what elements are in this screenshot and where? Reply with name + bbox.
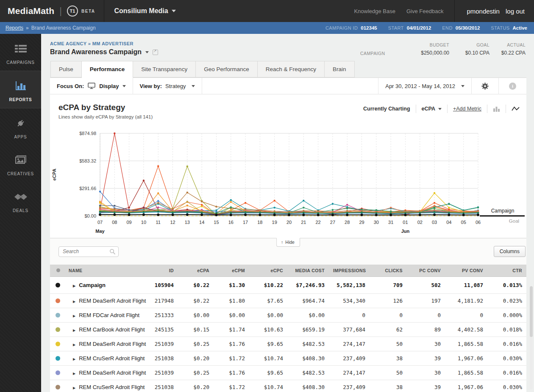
expand-row-icon[interactable]: ▶ — [73, 314, 75, 318]
svg-text:22: 22 — [315, 220, 320, 225]
date-range-picker[interactable]: Apr 30, 2012 - May 14, 2012 — [378, 78, 471, 94]
cell-value: 0.016% — [487, 337, 526, 351]
column-header-ecpa[interactable]: eCPA — [178, 265, 214, 277]
line-chart-toggle[interactable] — [506, 106, 526, 112]
tabs: PulsePerformanceSite TransparencyGeo Per… — [50, 61, 526, 77]
column-header-id[interactable]: ID — [142, 265, 178, 277]
table-scrollbar[interactable] — [530, 286, 533, 389]
metric-dropdown[interactable]: eCPA — [416, 106, 447, 112]
bar-chart-toggle[interactable] — [487, 106, 506, 112]
sidebar-item-reports[interactable]: REPORTS — [0, 71, 41, 108]
table-row[interactable]: ▶REM FDCar Adroit Flight251333$0.00$0.00… — [50, 308, 526, 323]
meta-status: STATUSActive — [491, 25, 527, 30]
column-header-ecpc[interactable]: eCPC — [249, 265, 287, 277]
tab-geo-performance[interactable]: Geo Performance — [196, 61, 258, 77]
column-header-impressions[interactable]: IMPRESSIONS — [329, 265, 370, 277]
expand-row-icon[interactable]: ▶ — [73, 372, 75, 375]
expand-row-icon[interactable]: ▶ — [73, 386, 75, 390]
cell-value: $7.65 — [249, 294, 287, 308]
cell-value: $1.72 — [214, 380, 249, 392]
table-body: ▶Campaign105904$0.22$1.30$10.22$7,246.93… — [50, 277, 526, 392]
tab-pulse[interactable]: Pulse — [50, 61, 82, 77]
account-name: Consilium Media — [114, 7, 168, 15]
list-icon — [0, 41, 41, 56]
table-row[interactable]: ▶REM CruSerR Adroit Flight251038$0.20$1.… — [50, 351, 526, 366]
knowledge-base-link[interactable]: Knowledge Base — [354, 8, 395, 14]
info-button[interactable]: i — [498, 78, 526, 94]
expand-row-icon[interactable]: ▶ — [73, 357, 75, 361]
meta-start: START04/01/2012 — [388, 25, 431, 30]
line-chart[interactable]: $0.00$291.66$583.32$874.9807080910111213… — [50, 123, 526, 238]
date-range-value: Apr 30, 2012 - May 14, 2012 — [385, 83, 455, 89]
svg-text:May: May — [95, 229, 105, 234]
svg-text:$583.32: $583.32 — [79, 158, 96, 163]
actual-label: ACTUAL — [490, 42, 526, 50]
give-feedback-link[interactable]: Give Feedback — [406, 8, 443, 14]
tab-reach-frequency[interactable]: Reach & Frequency — [258, 61, 325, 77]
svg-text:$0.00: $0.00 — [84, 213, 96, 218]
chevron-down-icon — [461, 85, 464, 87]
table-row[interactable]: ▶Campaign105904$0.22$1.30$10.22$7,246.93… — [50, 277, 526, 294]
column-header-clicks[interactable]: CLICKS — [370, 265, 407, 277]
cell-value: 251038 — [142, 380, 178, 392]
table-row[interactable]: ▶REM DeaSerR Adroit Flight251039$0.25$1.… — [50, 366, 526, 380]
add-metric-link[interactable]: +Add Metric — [448, 106, 487, 112]
info-icon: i — [509, 83, 516, 90]
breadcrumb-current: Brand Awareness Campaign — [31, 25, 96, 31]
expand-row-icon[interactable]: ▶ — [73, 300, 75, 304]
cell-value: 251039 — [142, 366, 178, 380]
popout-icon[interactable] — [153, 50, 158, 55]
breadcrumb: Reports » Brand Awareness Campaign — [0, 25, 96, 31]
svg-text:10: 10 — [141, 220, 146, 225]
svg-text:09: 09 — [126, 220, 131, 225]
svg-text:17: 17 — [243, 220, 248, 225]
column-header-media-cost[interactable]: MEDIA COST — [287, 265, 329, 277]
budget-label: BUDGET — [398, 42, 449, 50]
cell-value: 50 — [370, 337, 407, 351]
tab-brain[interactable]: Brain — [325, 61, 355, 77]
cell-value: 39 — [407, 380, 445, 392]
columns-button[interactable]: Columns — [494, 246, 526, 257]
table-row[interactable]: ▶REM DeaSerR Adroit Flight217948$0.22$1.… — [50, 294, 526, 308]
view-by-dropdown[interactable]: View by: Strategy — [133, 78, 203, 94]
column-header-ecpm[interactable]: eCPM — [214, 265, 249, 277]
svg-text:$291.66: $291.66 — [79, 186, 96, 191]
cell-value: 89 — [407, 323, 445, 337]
cell-value: 62 — [370, 323, 407, 337]
sidebar-item-campaigns[interactable]: CAMPAIGNS — [0, 34, 41, 71]
table-row[interactable]: ▶REM CruSerR Adroit Flight251038$0.20$1.… — [50, 380, 526, 392]
settings-button[interactable] — [471, 78, 498, 94]
account-selector[interactable]: Consilium Media — [104, 0, 186, 22]
tab-performance[interactable]: Performance — [82, 61, 134, 78]
title-dropdown-icon[interactable] — [145, 51, 149, 53]
sidebar-item-apps[interactable]: APPS — [0, 108, 41, 145]
cell-value: 237,409 — [329, 380, 370, 392]
column-header-ctr[interactable]: CTR — [487, 265, 526, 277]
cell-value: $0.22 — [178, 277, 214, 294]
cell-value: 126 — [370, 294, 407, 308]
reports-breadcrumb-link[interactable]: Reports — [6, 25, 23, 31]
sidebar-item-creatives[interactable]: CREATIVES — [0, 145, 41, 182]
expand-row-icon[interactable]: ▶ — [73, 329, 75, 332]
focus-on-label: Focus On: — [57, 83, 84, 89]
cell-value: 1,865.58 — [445, 337, 487, 351]
table-row[interactable]: ▶REM CarBook Adroit Flight245135$0.15$1.… — [50, 323, 526, 337]
focus-on-dropdown[interactable]: Focus On: Display — [50, 78, 133, 94]
series-dot-icon — [56, 356, 60, 361]
cell-value: $0.22 — [178, 294, 214, 308]
logout-link[interactable]: log out — [506, 8, 525, 15]
expand-row-icon[interactable]: ▶ — [73, 343, 75, 347]
svg-text:$874.98: $874.98 — [79, 131, 96, 136]
sidebar-item-deals[interactable]: DEALS — [0, 182, 41, 219]
tab-site-transparency[interactable]: Site Transparency — [133, 61, 196, 77]
column-header-pv-conv[interactable]: PV CONV — [445, 265, 487, 277]
hide-chart-button[interactable]: ↑ Hide — [276, 238, 300, 247]
cell-value: $0.00 — [249, 308, 287, 323]
cell-value: 251039 — [142, 337, 178, 351]
expand-row-icon[interactable]: ▶ — [73, 284, 75, 288]
column-header-name[interactable]: NAME — [64, 265, 142, 277]
cell-value: 0 — [445, 308, 487, 323]
cell-value: 251333 — [142, 308, 178, 323]
column-header-pc-conv[interactable]: PC CONV — [407, 265, 445, 277]
table-row[interactable]: ▶REM DeaSerR Adroit Flight251039$0.25$1.… — [50, 337, 526, 351]
